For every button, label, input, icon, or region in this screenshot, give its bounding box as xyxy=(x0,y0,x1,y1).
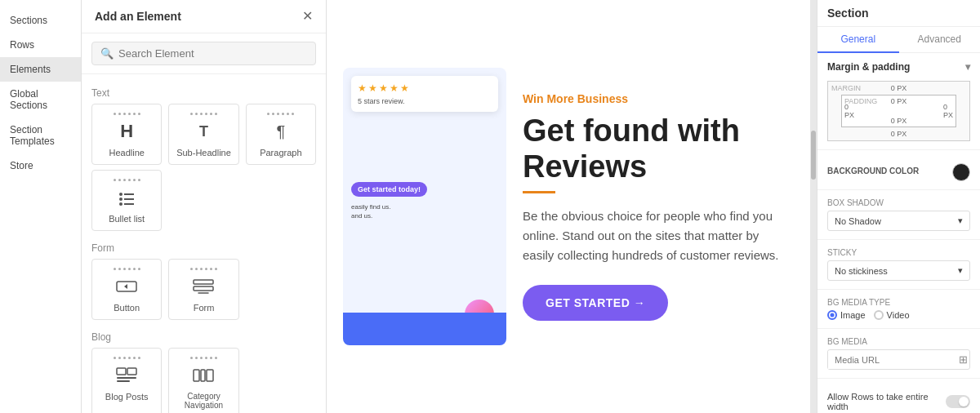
svg-rect-5 xyxy=(124,203,134,205)
padding-inner: PADDING 0 PX 0 PX 0PX 0PX xyxy=(841,95,956,127)
bg-media-url-input[interactable] xyxy=(828,351,954,369)
bullet-list-icon xyxy=(118,184,136,211)
radio-image-label: Image xyxy=(840,310,866,320)
chevron-down-icon: ▾ xyxy=(965,61,970,73)
blog-elements-grid: Blog Posts CategoryNavigation xyxy=(91,348,316,413)
canvas-content: ★ ★ ★ ★ ★ 5 stars review. Get started to… xyxy=(327,0,817,413)
margin-top-value: 0 PX xyxy=(891,84,907,92)
button-label: Button xyxy=(114,303,140,313)
sub-headline-dots xyxy=(190,113,217,115)
margin-outer: MARGIN 0 PX 0 PX PADDING 0 PX 0 PX 0PX 0… xyxy=(827,81,970,141)
padding-top: 0 PX xyxy=(891,97,907,105)
svg-rect-1 xyxy=(124,193,134,195)
allow-rows-label: Allow Rows to take entire width xyxy=(827,392,933,411)
right-panel-header: Section xyxy=(817,0,980,27)
sticky-label: Sticky xyxy=(827,248,970,257)
element-sub-headline[interactable]: T Sub-Headline xyxy=(168,104,238,165)
bg-color-section: BACKGROUND COLOR xyxy=(817,150,980,190)
star-1: ★ xyxy=(358,82,367,94)
canvas-scroll[interactable]: ★ ★ ★ ★ ★ 5 stars review. Get started to… xyxy=(327,0,817,413)
text2-elements-grid: Bullet list xyxy=(91,170,316,231)
hero-title: Get found with Reviews xyxy=(523,113,792,184)
button-icon xyxy=(115,273,138,300)
sidebar-item-global-sections[interactable]: Global Sections xyxy=(0,82,81,118)
margin-padding-box: MARGIN 0 PX 0 PX PADDING 0 PX 0 PX 0PX 0… xyxy=(827,81,970,141)
hero-body: Be the obvious choice for people who fin… xyxy=(523,206,792,265)
media-upload-icon[interactable]: ⊞ xyxy=(954,350,973,369)
star-5: ★ xyxy=(400,82,409,94)
svg-point-2 xyxy=(119,198,122,201)
svg-point-0 xyxy=(119,193,122,196)
sidebar-item-elements[interactable]: Elements xyxy=(0,57,81,82)
element-form[interactable]: Form xyxy=(168,259,238,320)
chevron-down-icon-sticky: ▾ xyxy=(958,265,963,276)
button-dots xyxy=(114,268,140,270)
sidebar-item-sections[interactable]: Sections xyxy=(0,8,81,33)
panel-title: Add an Element xyxy=(95,10,181,23)
canvas-scrollbar[interactable] xyxy=(810,0,817,413)
allow-rows-row: Allow Rows to take entire width xyxy=(827,392,970,411)
margin-bottom-value: 0 PX xyxy=(891,130,907,138)
svg-rect-3 xyxy=(124,198,134,200)
bg-media-label: BG Media xyxy=(827,337,970,346)
search-input[interactable] xyxy=(118,47,307,60)
category-form-label: Form xyxy=(91,236,316,259)
elements-list: Text H Headline T Sub-Headline xyxy=(82,74,326,413)
tab-general[interactable]: General xyxy=(817,27,899,53)
element-headline[interactable]: H Headline xyxy=(91,104,162,165)
box-shadow-label: Box Shadow xyxy=(827,198,970,207)
star-2: ★ xyxy=(368,82,377,94)
hero-text: Win More Business Get found with Reviews… xyxy=(523,92,792,321)
svg-point-4 xyxy=(119,202,122,206)
close-button[interactable]: ✕ xyxy=(302,10,313,23)
text-elements-grid: H Headline T Sub-Headline ¶ Paragraph xyxy=(91,104,316,165)
margin-padding-label: Margin & padding xyxy=(827,61,910,73)
allow-rows-toggle[interactable] xyxy=(946,395,970,408)
svg-rect-9 xyxy=(117,368,126,375)
svg-rect-7 xyxy=(194,280,213,284)
box-shadow-select[interactable]: No Shadow ▾ xyxy=(827,211,970,231)
element-bullet-list[interactable]: Bullet list xyxy=(91,170,162,231)
element-button[interactable]: Button xyxy=(91,259,162,320)
radio-image[interactable]: Image xyxy=(827,310,866,320)
sidebar-item-section-templates[interactable]: Section Templates xyxy=(0,118,81,153)
radio-video-label: Video xyxy=(887,310,910,320)
search-box: 🔍 xyxy=(82,33,326,74)
sticky-value: No stickiness xyxy=(835,266,888,276)
box-shadow-section: Box Shadow No Shadow ▾ xyxy=(817,190,980,240)
element-paragraph[interactable]: ¶ Paragraph xyxy=(246,104,316,165)
sticky-select[interactable]: No stickiness ▾ xyxy=(827,260,970,281)
sidebar-item-store[interactable]: Store xyxy=(0,153,81,178)
hero-image-inner: ★ ★ ★ ★ ★ 5 stars review. xyxy=(351,76,498,112)
stars-row: ★ ★ ★ ★ ★ xyxy=(358,82,492,94)
hero-cta-button[interactable]: GET STARTED → xyxy=(523,285,668,321)
padding-bottom: 0 PX xyxy=(891,117,907,125)
tab-advanced[interactable]: Advanced xyxy=(899,27,981,52)
chevron-down-icon-shadow: ▾ xyxy=(958,215,963,226)
radio-video[interactable]: Video xyxy=(874,310,910,320)
form-dots xyxy=(190,268,217,270)
radio-video-dot xyxy=(874,310,884,320)
blog-posts-dots xyxy=(114,357,140,359)
bg-media-type-label: BG Media Type xyxy=(827,298,970,307)
add-element-panel: Add an Element ✕ 🔍 Text H Headline xyxy=(82,0,327,413)
svg-rect-11 xyxy=(117,377,136,379)
blue-bar xyxy=(343,313,506,345)
sidebar-item-rows[interactable]: Rows xyxy=(0,33,81,57)
element-category-nav[interactable]: CategoryNavigation xyxy=(168,348,238,413)
bg-media-section: BG Media ⊞ xyxy=(817,329,980,379)
svg-rect-14 xyxy=(201,370,205,381)
category-blog-label: Blog xyxy=(91,325,316,348)
box-shadow-value: No Shadow xyxy=(835,216,881,226)
right-tabs: General Advanced xyxy=(817,27,980,53)
element-blog-posts[interactable]: Blog Posts xyxy=(91,348,162,413)
headline-icon: H xyxy=(120,118,133,144)
sub-headline-icon: T xyxy=(199,118,208,144)
search-wrapper: 🔍 xyxy=(91,42,316,65)
review-snippet: 5 stars review. xyxy=(358,97,492,105)
bg-color-swatch[interactable] xyxy=(952,163,970,181)
margin-padding-header[interactable]: Margin & padding ▾ xyxy=(827,61,970,73)
sub-headline-label: Sub-Headline xyxy=(176,148,231,158)
svg-rect-8 xyxy=(194,286,213,291)
toggle-thumb xyxy=(959,397,969,406)
